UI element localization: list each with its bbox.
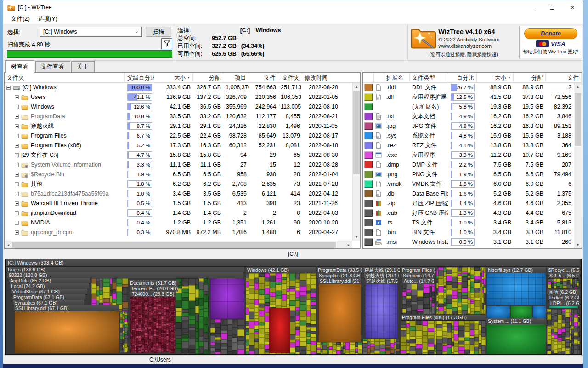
- treemap-label[interactable]: Users (136.9 GB): [6, 267, 244, 272]
- column-header-6[interactable]: 文件夹: [278, 73, 302, 83]
- table-row[interactable]: .dmpDMP 文件2.2 %7.5 GB7.5 GB207: [363, 160, 574, 170]
- menu-item-0[interactable]: 文件(Z): [7, 14, 34, 24]
- minimize-button[interactable]: [521, 0, 542, 14]
- table-row[interactable]: b75a1dfca213dfa475aa55f69a1.0 %3.4 GB3.5…: [5, 189, 352, 199]
- treemap-label[interactable]: Program Files (22.5 GB): [401, 267, 435, 273]
- tab-1[interactable]: 文件查看: [35, 61, 70, 73]
- expand-toggle[interactable]: [15, 172, 19, 177]
- treemap-label[interactable]: hiberfil.sys (12.7 GB): [486, 267, 546, 273]
- table-row[interactable]: Program Files6.7 %22.5 GB22.4 GB98,72885…: [5, 131, 352, 141]
- treemap-label[interactable]: Siemens (14.7 GB): [401, 273, 435, 278]
- treemap-block[interactable]: [487, 273, 546, 305]
- table-row[interactable]: (无扩展名)5.8 %19.3 GB19.5 GB82,392: [363, 102, 574, 112]
- scroll-right-arrow[interactable]: ►: [345, 241, 352, 248]
- treemap-label[interactable]: Synaptics (21.8 GB): [317, 273, 361, 278]
- scroll-down-arrow[interactable]: ▼: [574, 241, 582, 248]
- table-row[interactable]: .vmdkVMDK 文件1.8 %6.0 GB6.0 GB6: [363, 179, 574, 189]
- column-header-0[interactable]: 文件夹: [5, 73, 125, 83]
- treemap-label[interactable]: ProgramData (33.5 GB): [317, 267, 362, 273]
- treemap-label[interactable]: Windows (42.1 GB): [246, 267, 316, 273]
- treemap-mosaic[interactable]: [317, 342, 362, 354]
- table-row[interactable]: .zip好压 ZIP 压缩文件1.4 %4.6 GB4.6 GB2,355: [363, 199, 574, 208]
- expand-toggle[interactable]: [15, 115, 19, 119]
- treemap-label[interactable]: Documents (31.7 GB): [129, 280, 179, 286]
- table-row[interactable]: .sys系统文件4.8 %15.9 GB15.6 GB3,188: [363, 131, 574, 141]
- treemap-label[interactable]: 穿越火线 (29.1 GB): [363, 267, 400, 273]
- donate-button[interactable]: Donate: [524, 28, 577, 39]
- treemap-block[interactable]: [533, 306, 546, 318]
- table-row[interactable]: .binBIN 文件1.0 %3.4 GB3.3 GB11,810: [363, 228, 574, 237]
- treemap-mosaic[interactable]: [436, 267, 486, 314]
- treemap-label[interactable]: 其他 (6.2 GB): [547, 289, 580, 295]
- scroll-thumb[interactable]: [12, 242, 336, 248]
- scroll-up-arrow[interactable]: ▲: [574, 83, 582, 90]
- scroll-up-arrow[interactable]: ▲: [353, 83, 360, 90]
- scan-button[interactable]: 扫描: [146, 27, 171, 37]
- table-row[interactable]: Windows12.6 %42.1 GB36.5 GB355,969242,96…: [5, 102, 352, 112]
- expand-toggle[interactable]: [15, 163, 19, 167]
- scroll-left-arrow[interactable]: ◄: [5, 241, 12, 248]
- expand-toggle[interactable]: [15, 134, 19, 138]
- close-button[interactable]: ×: [562, 0, 583, 14]
- treemap-block[interactable]: [549, 306, 578, 308]
- table-row[interactable]: .rezREZ 文件4.1 %13.8 GB13.8 GB364: [363, 141, 574, 150]
- table-row[interactable]: Warcraft III Frozen Throne0.5 %1.5 GB1.5…: [5, 199, 352, 208]
- treemap-label[interactable]: Tencent F... (26.6 GB): [130, 286, 178, 291]
- table-row[interactable]: .msiWindows Installer0.9 %3.1 GB3.1 GB26…: [363, 237, 574, 247]
- tab-2[interactable]: 关于: [71, 61, 95, 73]
- website-link[interactable]: www.diskanalyzer.com: [438, 43, 492, 49]
- expand-toggle[interactable]: [15, 182, 19, 186]
- column-header-1[interactable]: 文件类型: [410, 73, 448, 83]
- table-row[interactable]: Users41.1 %136.9 GB137.2 GB326,709220,35…: [5, 92, 352, 102]
- table-row[interactable]: .jpgJPG 文件4.8 %16.2 GB16.3 GB89,151: [363, 121, 574, 131]
- treemap-label[interactable]: 98222 (120.8 GB): [7, 272, 243, 278]
- column-header-3[interactable]: 大小▼: [477, 73, 514, 83]
- column-header-7[interactable]: 修改时间: [302, 73, 360, 83]
- column-header-5[interactable]: 文件: [249, 73, 278, 83]
- treemap-label[interactable]: 穿越火线 (17.5 GB): [365, 278, 398, 284]
- treemap-label[interactable]: Auto... (14.7 GB): [402, 278, 434, 284]
- expand-toggle[interactable]: [15, 201, 19, 206]
- column-header-5[interactable]: 文件: [546, 73, 582, 83]
- extension-vertical-scrollbar[interactable]: ▲ ▼: [574, 83, 582, 248]
- expand-toggle[interactable]: [15, 221, 19, 225]
- table-row[interactable]: ProgramData10.0 %33.5 GB33.2 GB120,63211…: [5, 112, 352, 121]
- table-row[interactable]: jianpianDownload0.4 %1.4 GB1.4 GB2202022…: [5, 208, 352, 218]
- expand-toggle[interactable]: [15, 144, 19, 148]
- tree-vertical-scrollbar[interactable]: ▲ ▼: [352, 83, 360, 241]
- table-row[interactable]: System Volume Information3.3 %11.1 GB11.…: [5, 160, 352, 170]
- scroll-thumb[interactable]: [575, 93, 581, 146]
- treemap-block[interactable]: [269, 308, 290, 353]
- table-row[interactable]: .pngPNG 文件1.9 %6.5 GB6.6 GB79,494: [363, 170, 574, 179]
- treemap-label[interactable]: Program Files (x86) (17.3 GB): [401, 315, 486, 320]
- tree-horizontal-scrollbar[interactable]: ◄ ►: [5, 241, 352, 248]
- filter-button[interactable]: [161, 38, 172, 49]
- treemap-mosaic[interactable]: [363, 339, 400, 354]
- expand-toggle[interactable]: [15, 95, 19, 99]
- maximize-button[interactable]: [542, 0, 562, 14]
- table-row[interactable]: 穿越火线8.7 %29.1 GB29.1 GB24,32622,8301,496…: [5, 121, 352, 131]
- table-row[interactable]: [C:] Windows100.0 %333.4 GB326.7 GB1,006…: [5, 83, 352, 92]
- tab-0[interactable]: 树查看: [5, 60, 34, 73]
- table-row[interactable]: .exe应用程序3.3 %11.2 GB10.7 GB9,169: [363, 150, 574, 160]
- treemap-label[interactable]: S-1-5... (6.5 GB): [548, 273, 579, 278]
- treemap-mosaic[interactable]: [547, 309, 580, 354]
- expand-toggle[interactable]: [15, 124, 19, 128]
- treemap-mosaic[interactable]: [120, 311, 128, 353]
- expand-toggle[interactable]: [15, 230, 19, 235]
- expand-toggle[interactable]: [15, 192, 19, 196]
- treemap-mosaic[interactable]: [548, 278, 579, 288]
- treemap-label[interactable]: ProgramData (67.1 GB): [12, 294, 85, 300]
- treemap-mosaic[interactable]: [176, 278, 209, 354]
- treemap-block[interactable]: [210, 278, 244, 319]
- table-row[interactable]: [29 文件在 C:\]4.7 %15.8 GB15.8 GB942965202…: [5, 150, 352, 160]
- column-header-1[interactable]: 父级百分比: [125, 73, 154, 83]
- collapse-toggle[interactable]: [6, 86, 11, 90]
- table-row[interactable]: .cab好压 CAB 压缩文件1.3 %4.3 GB4.4 GB675: [363, 208, 574, 218]
- treemap-block[interactable]: [487, 324, 546, 354]
- drive-select[interactable]: [C:] Windows ⌄: [40, 27, 142, 37]
- column-header-2[interactable]: 大小▼: [154, 73, 193, 83]
- treemap-label[interactable]: AppData (85.2 GB): [9, 278, 90, 283]
- scroll-down-arrow[interactable]: ▼: [353, 233, 360, 241]
- treemap-label[interactable]: SSLLibrary.ddl (21.8 GB): [318, 278, 361, 284]
